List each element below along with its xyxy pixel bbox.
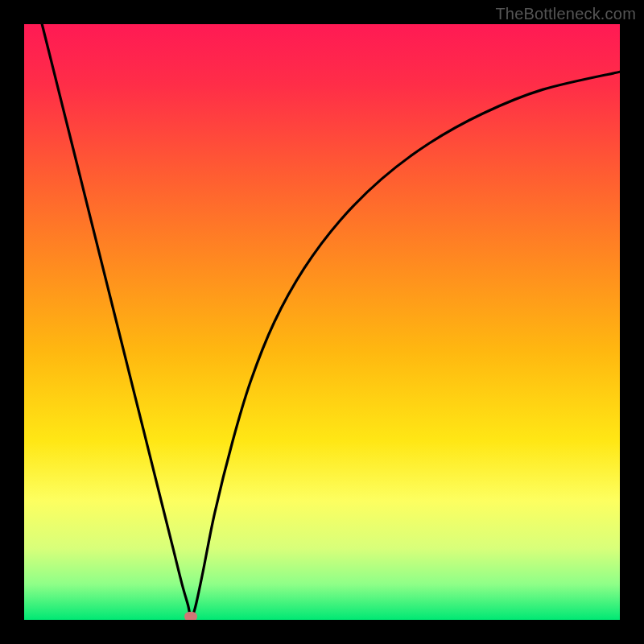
- chart-frame: TheBottleneck.com: [0, 0, 644, 644]
- credit-label: TheBottleneck.com: [495, 5, 636, 23]
- plot-area: [24, 24, 620, 620]
- optimum-marker: [184, 612, 197, 620]
- curve-layer: [24, 24, 620, 620]
- bottleneck-curve: [42, 24, 620, 617]
